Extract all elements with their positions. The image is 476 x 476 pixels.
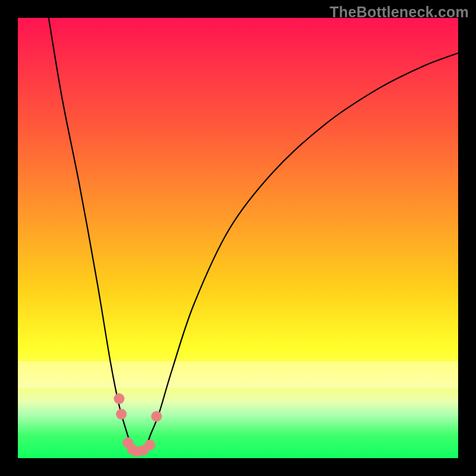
chart-frame: TheBottleneck.com: [0, 0, 476, 476]
watermark-text: TheBottleneck.com: [330, 4, 469, 21]
curve-layer: [18, 18, 458, 458]
plot-area: [18, 18, 458, 458]
marker-dot: [116, 409, 127, 419]
marker-dot: [151, 411, 162, 422]
bottleneck-curve: [49, 18, 458, 455]
marker-dot: [145, 440, 155, 450]
marker-dot: [114, 393, 124, 404]
